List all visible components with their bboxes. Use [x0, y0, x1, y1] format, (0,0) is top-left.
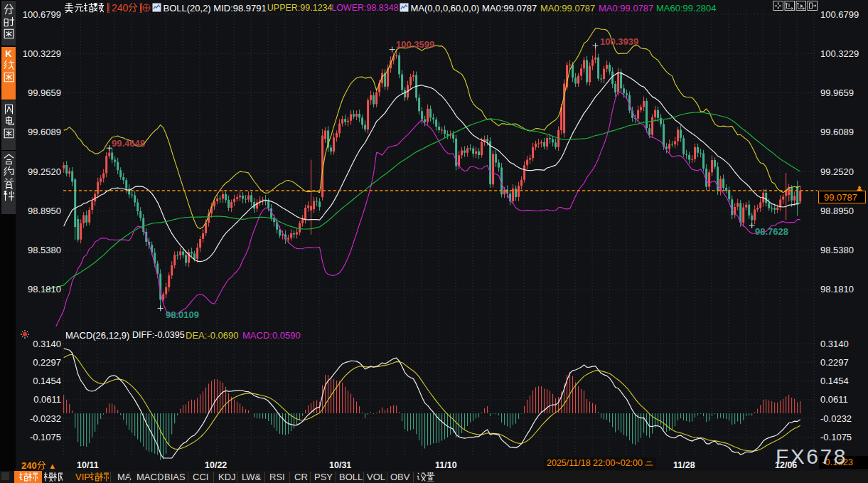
svg-text:99.0787: 99.0787 [824, 192, 857, 203]
